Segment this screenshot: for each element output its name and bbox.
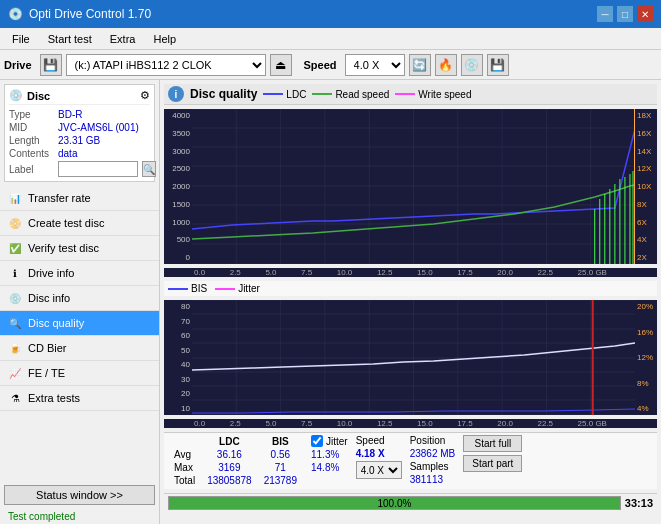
bottom-chart-container: 80 70 60 50 40 30 20 10 bbox=[164, 300, 657, 415]
write-label: Write speed bbox=[418, 89, 471, 100]
minimize-button[interactable]: ─ bbox=[597, 6, 613, 22]
app-title: Opti Drive Control 1.70 bbox=[29, 7, 151, 21]
top-chart-svg-wrapper bbox=[192, 109, 635, 264]
create-test-disc-icon: 📀 bbox=[8, 216, 22, 230]
disc-label-row: Label 🔍 bbox=[9, 161, 150, 177]
drive-info-icon: ℹ bbox=[8, 266, 22, 280]
disc-label-label: Label bbox=[9, 164, 54, 175]
burn-icon[interactable]: 🔥 bbox=[435, 54, 457, 76]
disc-contents-row: Contents data bbox=[9, 148, 150, 159]
stats-total-ldc: 13805878 bbox=[201, 474, 258, 487]
stats-avg-bis: 0.56 bbox=[258, 448, 303, 461]
title-bar-left: 💿 Opti Drive Control 1.70 bbox=[8, 7, 151, 21]
menu-extra[interactable]: Extra bbox=[102, 31, 144, 47]
nav-drive-info[interactable]: ℹ Drive info bbox=[0, 261, 159, 286]
samples-label: Samples bbox=[410, 461, 456, 472]
progress-text: 100.0% bbox=[169, 497, 620, 511]
bottom-chart-svg bbox=[192, 300, 635, 415]
menu-start-test[interactable]: Start test bbox=[40, 31, 100, 47]
disc-type-value: BD-R bbox=[58, 109, 82, 120]
disc-panel: 💿 Disc ⚙ Type BD-R MID JVC-AMS6L (001) L… bbox=[4, 84, 155, 182]
nav-transfer-rate[interactable]: 📊 Transfer rate bbox=[0, 186, 159, 211]
nav-drive-info-label: Drive info bbox=[28, 267, 74, 279]
nav-disc-info-label: Disc info bbox=[28, 292, 70, 304]
drive-icon: 💾 bbox=[40, 54, 62, 76]
speed-header: Speed bbox=[356, 435, 402, 446]
save-icon[interactable]: 💾 bbox=[487, 54, 509, 76]
disc-mid-label: MID bbox=[9, 122, 54, 133]
nav-verify-test-disc-label: Verify test disc bbox=[28, 242, 99, 254]
disc-options-icon: ⚙ bbox=[140, 89, 150, 102]
nav-extra-tests[interactable]: ⚗ Extra tests bbox=[0, 386, 159, 411]
stats-avg-ldc: 36.16 bbox=[201, 448, 258, 461]
start-part-button[interactable]: Start part bbox=[463, 455, 522, 472]
bottom-x-labels: 0.0 2.5 5.0 7.5 10.0 12.5 15.0 17.5 20.0… bbox=[164, 419, 657, 428]
time-display: 33:13 bbox=[625, 497, 653, 509]
legend-read: Read speed bbox=[312, 89, 389, 100]
stats-avg-row: Avg 36.16 0.56 bbox=[168, 448, 303, 461]
stats-max-bis: 71 bbox=[258, 461, 303, 474]
menu-help[interactable]: Help bbox=[145, 31, 184, 47]
bottom-chart-legend: BIS Jitter bbox=[164, 281, 657, 296]
drive-select[interactable]: (k:) ATAPI iHBS112 2 CLOK bbox=[66, 54, 266, 76]
disc-label-button[interactable]: 🔍 bbox=[142, 161, 156, 177]
status-window-button[interactable]: Status window >> bbox=[4, 485, 155, 505]
close-button[interactable]: ✕ bbox=[637, 6, 653, 22]
start-full-button[interactable]: Start full bbox=[463, 435, 522, 452]
status-text: Test completed bbox=[0, 509, 159, 524]
nav-create-test-disc[interactable]: 📀 Create test disc bbox=[0, 211, 159, 236]
nav-disc-quality[interactable]: 🔍 Disc quality bbox=[0, 311, 159, 336]
disc-type-label: Type bbox=[9, 109, 54, 120]
nav-fe-te[interactable]: 📈 FE / TE bbox=[0, 361, 159, 386]
disc-length-row: Length 23.31 GB bbox=[9, 135, 150, 146]
jitter-line bbox=[215, 288, 235, 290]
jitter-max-val: 14.8% bbox=[311, 462, 348, 473]
read-label: Read speed bbox=[335, 89, 389, 100]
position-section: Position 23862 MB Samples 381113 bbox=[410, 435, 456, 485]
verify-test-disc-icon: ✅ bbox=[8, 241, 22, 255]
maximize-button[interactable]: □ bbox=[617, 6, 633, 22]
drive-toolbar: Drive 💾 (k:) ATAPI iHBS112 2 CLOK ⏏ Spee… bbox=[0, 50, 661, 80]
extra-tests-icon: ⚗ bbox=[8, 391, 22, 405]
disc-mid-row: MID JVC-AMS6L (001) bbox=[9, 122, 150, 133]
refresh-icon[interactable]: 🔄 bbox=[409, 54, 431, 76]
stats-total-bis: 213789 bbox=[258, 474, 303, 487]
nav-verify-test-disc[interactable]: ✅ Verify test disc bbox=[0, 236, 159, 261]
nav-items: 📊 Transfer rate 📀 Create test disc ✅ Ver… bbox=[0, 186, 159, 481]
disc-info-icon: 💿 bbox=[8, 291, 22, 305]
main-layout: 💿 Disc ⚙ Type BD-R MID JVC-AMS6L (001) L… bbox=[0, 80, 661, 524]
nav-cd-bier[interactable]: 🍺 CD Bier bbox=[0, 336, 159, 361]
title-bar-controls: ─ □ ✕ bbox=[597, 6, 653, 22]
samples-value: 381113 bbox=[410, 474, 456, 485]
top-chart-wrapper: 4000 3500 3000 2500 2000 1500 1000 500 0 bbox=[164, 109, 657, 264]
speed-select[interactable]: 4.0 X bbox=[345, 54, 405, 76]
ldc-line bbox=[263, 93, 283, 95]
nav-fe-te-label: FE / TE bbox=[28, 367, 65, 379]
app-icon: 💿 bbox=[8, 7, 23, 21]
content-area: i Disc quality LDC Read speed Write spee… bbox=[160, 80, 661, 524]
eject-icon[interactable]: ⏏ bbox=[270, 54, 292, 76]
speed-section: Speed 4.18 X 4.0 X bbox=[356, 435, 402, 479]
disc-length-label: Length bbox=[9, 135, 54, 146]
top-x-labels: 0.0 2.5 5.0 7.5 10.0 12.5 15.0 17.5 20.0… bbox=[164, 268, 657, 277]
position-label: Position bbox=[410, 435, 456, 446]
stats-max-label: Max bbox=[168, 461, 201, 474]
disc-contents-label: Contents bbox=[9, 148, 54, 159]
disc-icon[interactable]: 💿 bbox=[461, 54, 483, 76]
disc-type-row: Type BD-R bbox=[9, 109, 150, 120]
transfer-rate-icon: 📊 bbox=[8, 191, 22, 205]
read-line bbox=[312, 93, 332, 95]
sidebar: 💿 Disc ⚙ Type BD-R MID JVC-AMS6L (001) L… bbox=[0, 80, 160, 524]
nav-disc-info[interactable]: 💿 Disc info bbox=[0, 286, 159, 311]
disc-header-icon: 💿 bbox=[9, 89, 23, 102]
stats-max-row: Max 3169 71 bbox=[168, 461, 303, 474]
disc-label-input[interactable] bbox=[58, 161, 138, 177]
menu-file[interactable]: File bbox=[4, 31, 38, 47]
top-y-labels-left: 4000 3500 3000 2500 2000 1500 1000 500 0 bbox=[164, 109, 192, 264]
jitter-checkbox[interactable] bbox=[311, 435, 323, 447]
stats-max-ldc: 3169 bbox=[201, 461, 258, 474]
top-chart-container: 4000 3500 3000 2500 2000 1500 1000 500 0 bbox=[164, 109, 657, 264]
bis-label: BIS bbox=[191, 283, 207, 294]
speed-value: 4.18 X bbox=[356, 448, 402, 459]
speed-dropdown[interactable]: 4.0 X bbox=[356, 461, 402, 479]
